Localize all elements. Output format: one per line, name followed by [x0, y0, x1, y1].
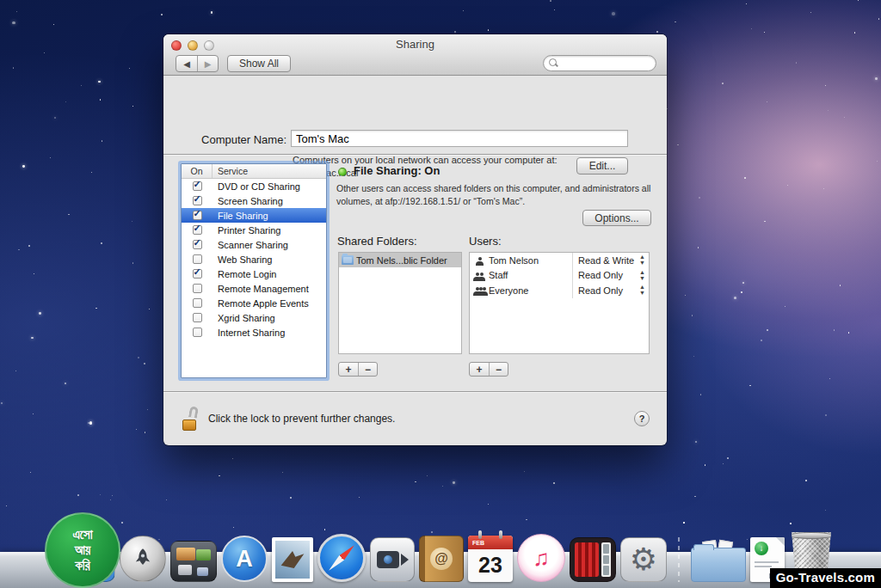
curtain-icon	[575, 542, 599, 577]
status-title: File Sharing: On	[354, 164, 440, 177]
help-button[interactable]: ?	[634, 411, 650, 426]
computer-name-label: Computer Name:	[188, 133, 286, 146]
service-checkbox-printer-sharing[interactable]	[193, 225, 202, 235]
service-label: Remote Management	[213, 284, 309, 294]
users-list: Tom NelsonRead & Write▲▼StaffRead Only▲▼…	[469, 252, 650, 354]
window-title: Sharing	[163, 38, 667, 51]
mail-icon[interactable]	[272, 537, 313, 582]
service-row-remote-apple-events[interactable]: Remote Apple Events	[182, 296, 326, 310]
status-led	[338, 168, 347, 176]
users-add-remove: + −	[469, 362, 508, 377]
user-row-everyone[interactable]: EveryoneRead Only▲▼	[470, 283, 649, 298]
contacts-icon[interactable]: @	[419, 536, 464, 582]
service-row-printer-sharing[interactable]: Printer Sharing	[182, 223, 326, 237]
safari-icon[interactable]	[317, 534, 366, 582]
itunes-icon[interactable]: ♫	[517, 534, 565, 582]
show-all-button[interactable]: Show All	[227, 55, 291, 72]
nav-buttons: ◀ ▶	[176, 55, 219, 72]
column-header-on: On	[182, 164, 213, 178]
service-row-scanner-sharing[interactable]: Scanner Sharing	[182, 237, 326, 252]
lock-icon[interactable]	[182, 407, 200, 431]
add-shared-folder-button[interactable]: +	[339, 363, 358, 376]
column-header-service: Service	[213, 166, 248, 176]
service-checkbox-scanner-sharing[interactable]	[193, 240, 202, 249]
service-row-screen-sharing[interactable]: Screen Sharing	[182, 193, 326, 208]
back-button[interactable]: ◀	[176, 56, 197, 71]
rocket-icon	[131, 547, 155, 571]
service-checkbox-xgrid-sharing[interactable]	[193, 313, 202, 322]
service-label: File Sharing	[213, 211, 268, 221]
service-checkbox-remote-login[interactable]	[193, 269, 202, 279]
service-row-remote-management[interactable]: Remote Management	[182, 281, 326, 296]
service-label: Internet Sharing	[213, 328, 285, 338]
permission-value: Read Only	[578, 270, 623, 280]
photo-strip-icon	[601, 542, 611, 577]
service-checkbox-internet-sharing[interactable]	[193, 328, 202, 337]
user-name: Staff	[489, 270, 508, 280]
promo-badge: এসো আয় করি	[45, 512, 120, 588]
app-store-icon[interactable]: A	[221, 536, 268, 582]
shared-folders-label: Shared Folders:	[337, 235, 417, 248]
service-row-internet-sharing[interactable]: Internet Sharing	[182, 325, 326, 340]
service-row-file-sharing[interactable]: File Sharing	[182, 208, 326, 223]
service-checkbox-screen-sharing[interactable]	[193, 196, 202, 205]
service-checkbox-remote-management[interactable]	[193, 284, 202, 293]
permission-value: Read & Write	[578, 255, 634, 266]
calendar-month: FEB	[468, 536, 513, 549]
photo-booth-icon[interactable]	[570, 537, 616, 582]
options-button[interactable]: Options...	[582, 210, 651, 226]
remove-shared-folder-button[interactable]: −	[358, 363, 377, 376]
service-checkbox-remote-apple-events[interactable]	[193, 298, 202, 308]
launchpad-icon[interactable]	[120, 536, 166, 582]
service-checkbox-dvd-or-cd-sharing[interactable]	[193, 181, 202, 191]
lock-text: Click the lock to prevent further change…	[208, 413, 395, 425]
add-user-button[interactable]: +	[470, 363, 489, 376]
search-field[interactable]	[543, 55, 656, 71]
main-section: On Service DVD or CD SharingScreen Shari…	[163, 155, 667, 391]
mission-control-icon[interactable]	[170, 541, 217, 582]
service-label: Remote Login	[213, 269, 277, 279]
user-name: Everyone	[489, 285, 528, 296]
computer-name-section: Computer Name: Computers on your local n…	[163, 76, 667, 155]
search-icon	[549, 58, 558, 68]
single-user-icon	[473, 254, 486, 266]
service-label: Screen Sharing	[213, 196, 283, 206]
search-input[interactable]	[558, 57, 681, 70]
user-row-staff[interactable]: StaffRead Only▲▼	[470, 268, 649, 284]
service-label: DVD or CD Sharing	[213, 181, 300, 192]
gear-icon: ⚙	[630, 544, 657, 575]
documents-folder-icon[interactable]	[691, 541, 746, 582]
eagle-icon	[275, 541, 310, 579]
calendar-icon[interactable]: FEB 23	[468, 536, 513, 582]
permission-value: Read Only	[578, 285, 623, 296]
permission-stepper[interactable]: ▲▼	[639, 284, 645, 296]
at-sign-icon: @	[430, 548, 453, 570]
dock-separator	[678, 537, 680, 582]
service-row-remote-login[interactable]: Remote Login	[182, 266, 326, 281]
shared-folders-list: Tom Nels...blic Folder	[338, 252, 462, 354]
permission-stepper[interactable]: ▲▼	[639, 254, 645, 266]
service-label: Web Sharing	[213, 254, 272, 265]
permission-stepper[interactable]: ▲▼	[639, 269, 645, 281]
service-label: Xgrid Sharing	[213, 313, 275, 323]
remove-user-button[interactable]: −	[489, 363, 508, 376]
system-preferences-icon[interactable]: ⚙	[620, 537, 667, 582]
service-row-dvd-or-cd-sharing[interactable]: DVD or CD Sharing	[182, 179, 326, 193]
user-row-tom-nelson[interactable]: Tom NelsonRead & Write▲▼	[470, 253, 649, 268]
window-chrome: Sharing ◀ ▶ Show All	[163, 34, 667, 76]
window-footer: Click the lock to prevent further change…	[163, 391, 667, 445]
service-row-web-sharing[interactable]: Web Sharing	[182, 252, 326, 266]
folder-icon	[342, 255, 354, 265]
shared-folder-row[interactable]: Tom Nels...blic Folder	[339, 253, 461, 267]
shared-folders-add-remove: + −	[338, 362, 378, 377]
computer-name-input[interactable]	[291, 130, 628, 147]
dock: A @ FEB 23 ♫ ⚙ ↓	[72, 532, 834, 582]
forward-button[interactable]: ▶	[197, 56, 218, 71]
facetime-icon[interactable]	[370, 537, 415, 582]
service-list: On Service DVD or CD SharingScreen Shari…	[181, 163, 327, 378]
shared-folder-name: Tom Nels...blic Folder	[356, 255, 447, 266]
service-row-xgrid-sharing[interactable]: Xgrid Sharing	[182, 310, 326, 325]
service-checkbox-web-sharing[interactable]	[193, 254, 202, 264]
sharing-preferences-window: Sharing ◀ ▶ Show All Computer Name: Comp…	[163, 34, 667, 445]
service-checkbox-file-sharing[interactable]	[193, 211, 202, 220]
